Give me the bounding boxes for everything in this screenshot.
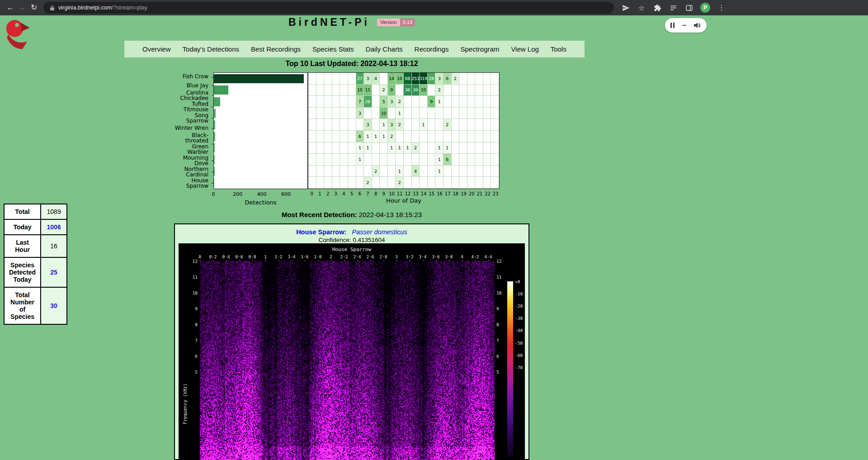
species-scientific-name-link[interactable]: Passer domesticus [352,228,407,236]
heatmap-cell [412,108,420,119]
heatmap-cell [388,108,396,119]
nav-item-species-stats[interactable]: Species Stats [312,45,354,53]
heatmap-cell [316,73,325,85]
heatmap-cell: 253 [412,73,420,85]
heatmap-cell [348,96,356,108]
top10-chart: Fish CrowBlue JayCarolina ChickadeeTufte… [174,70,500,210]
birdnetpi-logo [4,18,36,51]
heatmap-cell: 6 [356,131,364,142]
heatmap-cell: 1 [435,96,443,108]
confidence-value: 0.41351604 [353,237,385,243]
hour-axis-label: Hour of Day [308,197,500,204]
reading-list-icon[interactable] [669,3,678,12]
heatmap-cell [364,108,372,119]
spec-freq-tick-right: 12 [496,259,506,264]
heatmap-cell [467,108,476,119]
hour-tick-label: 1 [318,191,321,196]
detections-bar [214,74,304,83]
app-title: BirdNET-Pi [288,16,370,28]
heatmap-cell: 4 [372,73,380,85]
pause-icon[interactable] [670,23,675,28]
main-nav: OverviewToday's DetectionsBest Recording… [124,41,585,57]
browser-forward-icon[interactable]: → [16,2,28,14]
heatmap-cell [443,85,452,96]
version-label: Version [377,19,400,26]
heatmap-cell [428,119,436,131]
heatmap-cell: 1 [443,142,452,154]
nav-item-tools[interactable]: Tools [551,45,566,53]
heatmap-cell: 9 [428,96,436,108]
summary-table: Total1089Today1006Last Hour16Species Det… [4,204,67,325]
spec-freq-tick-left: 5 [189,370,198,375]
hourly-heatmap: 2734141668253319283621011293639102726532… [308,72,500,189]
heatmap-cell [412,119,420,131]
page-header: BirdNET-Pi Version0.13 [174,16,529,28]
hour-tick-label: 10 [389,191,395,196]
nav-item-today-s-detections[interactable]: Today's Detections [183,45,239,53]
heatmap-cell [308,108,316,119]
heatmap-cell [459,142,467,154]
send-icon[interactable] [621,3,630,12]
heatmap-cell [435,119,443,131]
audio-player[interactable] [665,18,707,33]
browser-reload-icon[interactable]: ↻ [28,2,40,14]
bookmark-star-icon[interactable]: ☆ [637,3,646,12]
colorbar-tick: -20 [515,304,523,308]
heatmap-cell [348,108,356,119]
nav-item-recordings[interactable]: Recordings [415,45,449,53]
heatmap-cell: 2 [452,73,460,85]
heatmap-cell [420,166,428,177]
browser-menu-icon[interactable]: ⋮ [717,3,726,12]
species-common-name-link[interactable]: House Sparrow: [296,228,346,236]
heatmap-cell [459,166,467,177]
heatmap-cell: 1 [404,142,412,154]
spec-freq-tick-left: 6 [189,354,198,359]
heatmap-cell [348,85,356,96]
heatmap-cell: 1 [380,119,388,131]
hour-tick-label: 21 [476,191,482,196]
heatmap-cell [452,85,460,96]
nav-item-best-recordings[interactable]: Best Recordings [251,45,301,53]
summary-value[interactable]: 25 [41,257,67,287]
side-panel-icon[interactable] [684,3,693,12]
browser-actions: ☆ P ⋮ [621,3,726,13]
address-bar[interactable]: virginia.birdnetpi.com/?stream=play [43,2,614,14]
heatmap-cell [452,131,460,142]
summary-label: Last Hour [4,235,41,257]
hour-tick-label: 17 [445,191,451,196]
volume-icon[interactable] [694,22,701,28]
heatmap-cell [380,154,388,166]
profile-avatar[interactable]: P [700,3,710,13]
colorbar-tick: -30 [515,316,523,321]
summary-label: Total Number of Species [4,287,41,324]
heatmap-cell [332,119,340,131]
detections-bar [214,85,228,95]
heatmap-cell [491,108,499,119]
summary-value[interactable]: 1006 [41,219,67,235]
bird-logo-icon [4,18,36,51]
spec-freq-tick-right: 5 [496,370,506,375]
nav-item-daily-charts[interactable]: Daily Charts [366,45,403,53]
spec-time-tick: 3·6 [432,254,439,259]
nav-item-overview[interactable]: Overview [142,45,171,53]
spec-freq-tick-left: 10 [189,290,198,295]
heatmap-cell [475,85,483,96]
heatmap-cell: 16 [396,73,404,85]
nav-item-view-log[interactable]: View Log [511,45,538,53]
heatmap-cell [483,73,491,85]
heatmap-cell [404,131,412,142]
hour-tick-label: 5 [350,191,353,196]
heatmap-cell [348,177,356,189]
extensions-puzzle-icon[interactable] [653,3,662,12]
heatmap-cell [364,154,372,166]
heatmap-cell [467,177,476,189]
browser-back-icon[interactable]: ← [5,2,16,14]
heatmap-cell [324,142,332,154]
nav-item-spectrogram[interactable]: Spectrogram [460,45,499,53]
heatmap-cell [412,154,420,166]
heatmap-cell [443,166,452,177]
heatmap-cell [324,85,332,96]
summary-value[interactable]: 30 [41,287,67,324]
colorbar-tick: +0 [515,279,520,284]
heatmap-cell [452,119,460,131]
